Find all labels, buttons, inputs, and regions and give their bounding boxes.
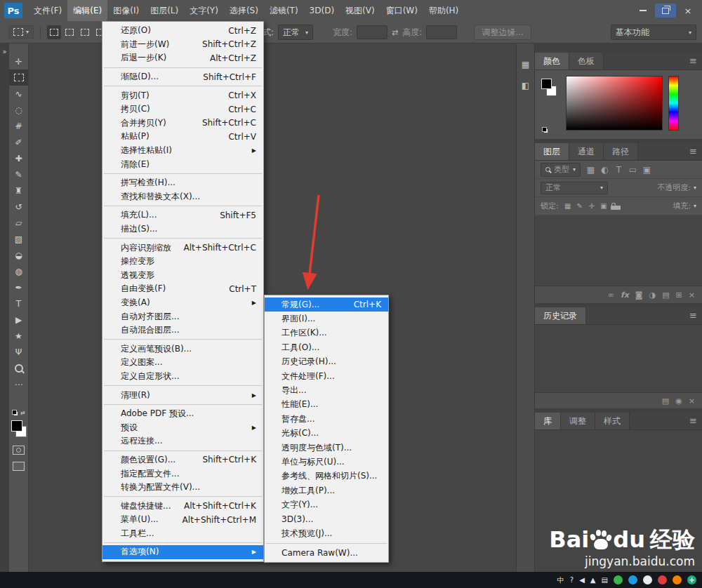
edit-menu-item[interactable]: 定义画笔预设(B)...: [102, 342, 263, 356]
new-selection-button[interactable]: [47, 25, 61, 39]
edit-menu-item[interactable]: 内容识别缩放Alt+Shift+Ctrl+C: [102, 241, 263, 255]
edit-menu-item[interactable]: 自动混合图层...: [102, 323, 263, 338]
dodge-tool[interactable]: ◍: [9, 263, 28, 279]
preferences-menu-item[interactable]: 文字(Y)...: [265, 497, 388, 512]
tray-ime-icon[interactable]: 中: [557, 577, 564, 584]
tab-layers[interactable]: 图层: [535, 143, 569, 160]
preferences-menu-item[interactable]: 技术预览(J)...: [265, 526, 388, 540]
pen-tool[interactable]: ✒: [9, 279, 28, 295]
preferences-menu-item[interactable]: 工具(O)...: [265, 340, 388, 354]
edit-menu-item[interactable]: 定义自定形状...: [102, 370, 263, 384]
edit-menu-item[interactable]: Adobe PDF 预设...: [102, 407, 263, 421]
toolbar-expand-icon[interactable]: »: [2, 48, 6, 55]
lasso-tool[interactable]: ∿: [9, 86, 28, 102]
preferences-menu-item[interactable]: Camera Raw(W)...: [265, 546, 388, 560]
add-selection-button[interactable]: [62, 25, 77, 39]
tray-show-hidden-icon[interactable]: ▲: [590, 577, 596, 584]
swap-width-height-icon[interactable]: ⇄: [392, 28, 398, 37]
zoom-tool[interactable]: [9, 360, 28, 376]
edit-menu-item[interactable]: 远程连接...: [102, 434, 263, 448]
edit-menu-item[interactable]: 键盘快捷键...Alt+Shift+Ctrl+K: [102, 499, 263, 513]
preferences-menu-item[interactable]: 单位与标尺(U)...: [265, 455, 388, 469]
tab-color[interactable]: 颜色: [535, 53, 569, 69]
quick-selection-tool[interactable]: ◌: [9, 102, 28, 118]
new-doc-from-state-icon[interactable]: ▤: [662, 396, 669, 406]
menu-file[interactable]: 文件(F): [28, 0, 67, 21]
edit-menu-item[interactable]: 拼写检查(H)...: [102, 176, 263, 190]
preferences-menu-item[interactable]: 界面(I)...: [265, 312, 388, 326]
fill-control[interactable]: 填充: ▾: [673, 201, 696, 211]
edit-menu-item[interactable]: 自动对齐图层...: [102, 309, 263, 323]
edit-menu-item[interactable]: 颜色设置(G)...Shift+Ctrl+K: [102, 453, 263, 467]
color-panel-menu-icon[interactable]: ≡: [689, 56, 697, 65]
width-input[interactable]: [357, 25, 388, 39]
tab-history[interactable]: 历史记录: [535, 307, 586, 324]
dock-panel-icon-1[interactable]: ▦: [519, 58, 533, 72]
gradient-tool[interactable]: ▧: [9, 231, 28, 247]
tray-app-blue-icon[interactable]: [628, 575, 637, 584]
menu-layer[interactable]: 图层(L): [145, 0, 184, 21]
edit-menu-item[interactable]: 自由变换(F)Ctrl+T: [102, 282, 263, 296]
crop-tool[interactable]: #: [9, 118, 28, 134]
tray-app-green-icon[interactable]: [614, 575, 623, 584]
foreground-mini-swatch[interactable]: [541, 79, 552, 89]
eraser-tool[interactable]: ▱: [9, 215, 28, 231]
clone-stamp-tool[interactable]: ♜: [9, 182, 28, 199]
history-panel-menu-icon[interactable]: ≡: [689, 311, 697, 320]
tray-volume-icon[interactable]: ◀: [579, 577, 585, 584]
move-tool[interactable]: ✛: [9, 53, 28, 69]
edit-menu-item[interactable]: 透视变形: [102, 269, 263, 283]
tray-help-icon[interactable]: ?: [570, 577, 574, 584]
edit-menu-item[interactable]: 还原(O)Ctrl+Z: [102, 24, 263, 38]
layer-mask-icon[interactable]: ◙: [635, 290, 643, 300]
custom-shape-tool[interactable]: ★: [9, 328, 28, 344]
default-colors-icon[interactable]: [12, 410, 18, 416]
height-input[interactable]: [426, 25, 457, 39]
edit-menu-item[interactable]: 操控变形: [102, 255, 263, 269]
menu-type[interactable]: 文字(Y): [184, 0, 224, 21]
edit-toolbar-button[interactable]: ⋯: [9, 376, 28, 392]
type-tool[interactable]: T: [9, 295, 28, 312]
tool-preset-dropdown[interactable]: ▾: [8, 25, 34, 39]
default-mini-swatches[interactable]: [542, 127, 548, 133]
edit-menu-item[interactable]: 填充(L)...Shift+F5: [102, 208, 263, 222]
layer-filter-select[interactable]: 类型 ▾: [541, 163, 581, 177]
edit-menu-item[interactable]: 粘贴(P)Ctrl+V: [102, 130, 263, 144]
preferences-menu-item[interactable]: 透明度与色域(T)...: [265, 441, 388, 455]
delete-state-icon[interactable]: ×: [689, 396, 695, 406]
tab-paths[interactable]: 路径: [604, 143, 638, 160]
dock-panel-icon-2[interactable]: ◧: [519, 79, 533, 93]
new-group-icon[interactable]: ▤: [662, 290, 669, 300]
menu-help[interactable]: 帮助(H): [423, 0, 464, 21]
foreground-background-colors[interactable]: [11, 420, 27, 438]
tray-document-icon[interactable]: ▤: [602, 577, 608, 584]
preferences-menu-item[interactable]: 参考线、网格和切片(S)...: [265, 469, 388, 483]
opacity-control[interactable]: 不透明度: ▾: [657, 182, 696, 193]
workspace-select[interactable]: 基本功能 ▾: [611, 25, 696, 40]
restore-button[interactable]: [655, 4, 676, 18]
menu-3d[interactable]: 3D(D): [304, 0, 340, 21]
edit-menu-item[interactable]: 描边(S)...: [102, 222, 263, 236]
menu-edit[interactable]: 编辑(E): [67, 0, 107, 21]
menu-image[interactable]: 图像(I): [107, 0, 145, 21]
edit-menu-item[interactable]: 变换(A)▶: [102, 296, 263, 310]
minimize-button[interactable]: [633, 4, 654, 18]
menu-select[interactable]: 选择(S): [224, 0, 264, 21]
edit-menu-item[interactable]: 剪切(T)Ctrl+X: [102, 88, 263, 102]
filter-pixel-layers-icon[interactable]: ▦: [585, 165, 597, 175]
menu-view[interactable]: 视图(V): [340, 0, 380, 21]
menu-window[interactable]: 窗口(W): [380, 0, 423, 21]
preferences-menu-item[interactable]: 导出...: [265, 383, 388, 397]
preferences-menu-item[interactable]: 性能(E)...: [265, 398, 388, 412]
blend-mode-select[interactable]: 正常 ▾: [541, 182, 608, 194]
tray-app-red-icon[interactable]: [658, 575, 667, 584]
filter-adjustment-layers-icon[interactable]: ◐: [599, 165, 611, 175]
spot-healing-brush-tool[interactable]: ✚: [9, 150, 28, 166]
adjustment-layer-icon[interactable]: ◑: [649, 290, 656, 300]
link-layers-icon[interactable]: ∞: [608, 290, 614, 300]
preferences-menu-item[interactable]: 工作区(K)...: [265, 326, 388, 340]
style-select[interactable]: 正常 ▾: [278, 25, 313, 40]
subtract-selection-button[interactable]: [78, 25, 92, 39]
layer-style-icon[interactable]: fx: [621, 290, 629, 300]
edit-menu-item[interactable]: 首选项(N)▶: [102, 545, 263, 559]
